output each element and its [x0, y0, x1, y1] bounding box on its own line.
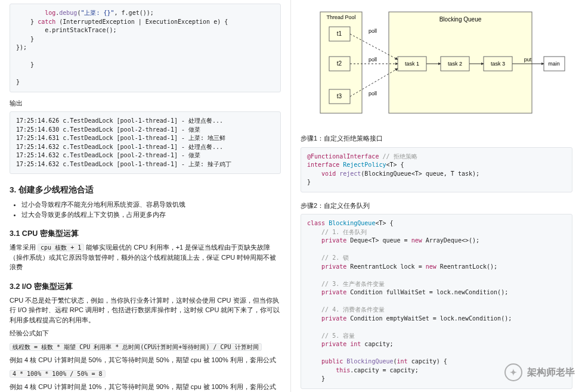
example-2-text: 例如 4 核 CPU 计算时间是 10%，其它等待时间是 90%，期望 cpu …: [10, 382, 281, 392]
wechat-icon: ✦: [504, 363, 522, 381]
svg-text:Blocking Queue: Blocking Queue: [439, 16, 482, 23]
para-3-2b: 经验公式如下: [10, 328, 281, 338]
svg-text:task 3: task 3: [491, 61, 505, 67]
heading-3-1: 3.1 CPU 密集型运算: [10, 229, 281, 239]
svg-text:poll: poll: [369, 28, 377, 34]
output-title: 输出: [10, 98, 281, 108]
code-snippet-top: log.debug("上菜: {}", f.get()); } catch (I…: [10, 4, 281, 92]
formula-cpu: cpu 核数 + 1: [38, 244, 84, 251]
svg-text:put: put: [524, 57, 532, 63]
step2-caption: 步骤2：自定义任务队列: [301, 201, 572, 211]
svg-text:task 2: task 2: [448, 61, 462, 67]
wechat-watermark: ✦ 架构师老毕: [504, 363, 575, 381]
example-1-text: 例如 4 核 CPU 计算时间是 50%，其它等待时间是 50%，期望 cpu …: [10, 355, 281, 365]
reject-policy-code: @FunctionalInterface // 拒绝策略 interface R…: [301, 147, 572, 192]
svg-text:t2: t2: [337, 60, 342, 67]
svg-text:task 1: task 1: [405, 61, 419, 67]
blocking-queue-code: class BlockingQueue<T> { // 1. 任务队列 priv…: [301, 214, 572, 389]
left-column: log.debug("上菜: {}", f.get()); } catch (I…: [0, 0, 291, 392]
heading-3: 3. 创建多少线程池合适: [10, 185, 281, 195]
output-block: 17:25:14.626 c.TestDeadLock [pool-1-thre…: [10, 111, 281, 174]
example-1-formula: 4 * 100% * 100% / 50% = 8: [10, 370, 106, 378]
right-column: Thread Pool t1 t2 t3 Blocking Queue task…: [291, 0, 582, 392]
svg-text:t3: t3: [337, 93, 342, 99]
list-item: 过小会导致程序不能充分地利用系统资源、容易导致饥饿: [21, 200, 281, 209]
step1-caption: 步骤1：自定义拒绝策略接口: [301, 133, 572, 144]
list-item: 过大会导致更多的线程上下文切换，占用更多内存: [21, 210, 281, 219]
pool-size-bullets: 过小会导致程序不能充分地利用系统资源、容易导致饥饿 过大会导致更多的线程上下文切…: [10, 200, 281, 219]
svg-text:main: main: [548, 61, 560, 67]
para-3-1: 通常采用 cpu 核数 + 1 能够实现最优的 CPU 利用率，+1 是保证当线…: [10, 242, 281, 272]
formula-io: 线程数 = 核数 * 期望 CPU 利用率 * 总时间(CPU计算时间+等待时间…: [10, 343, 262, 351]
svg-text:Thread Pool: Thread Pool: [326, 14, 355, 20]
para-3-2: CPU 不总是处于繁忙状态，例如，当你执行业务计算时，这时候会使用 CPU 资源…: [10, 295, 281, 325]
watermark-text: 架构师老毕: [527, 366, 575, 379]
heading-3-2: 3.2 I/O 密集型运算: [10, 282, 281, 292]
thread-pool-diagram: Thread Pool t1 t2 t3 Blocking Queue task…: [301, 0, 572, 125]
svg-text:t1: t1: [337, 30, 342, 37]
svg-text:poll: poll: [369, 91, 377, 97]
svg-text:poll: poll: [369, 57, 377, 63]
